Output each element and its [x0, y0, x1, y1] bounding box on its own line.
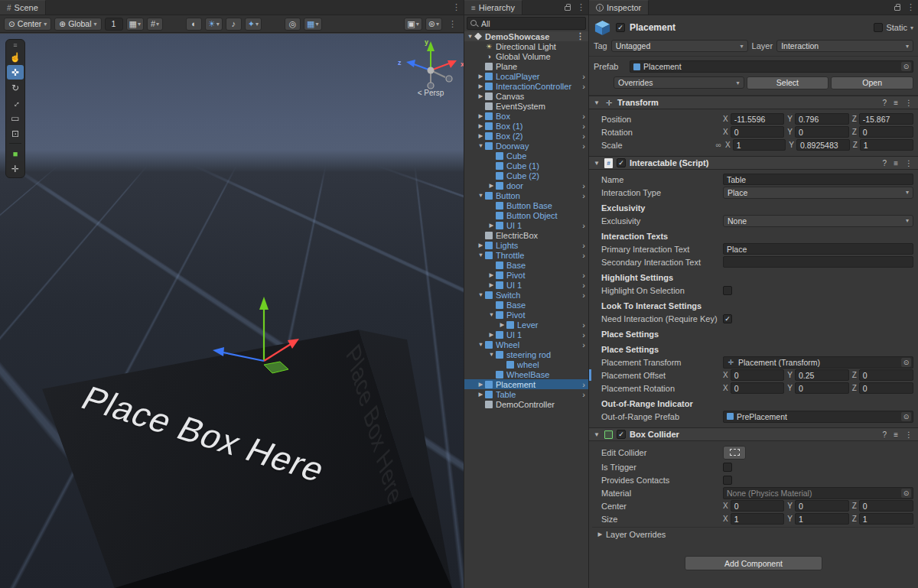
- object-picker-icon[interactable]: ⊙: [901, 412, 911, 421]
- prefab-open-arrow[interactable]: ›: [579, 340, 588, 349]
- grid-snapping-button[interactable]: ▦ ▾: [126, 18, 144, 31]
- hierarchy-menu-icon[interactable]: ⋮: [574, 0, 588, 15]
- prefab-open-arrow[interactable]: ›: [579, 72, 588, 81]
- interaction-type-dropdown[interactable]: Place ▾: [723, 187, 913, 199]
- hierarchy-item-table[interactable]: ▶Table›: [464, 389, 588, 399]
- hierarchy-item-doorway[interactable]: ▼Doorway›: [464, 141, 588, 151]
- hierarchy-item-democontroller[interactable]: DemoController: [464, 399, 588, 409]
- hierarchy-item-demoshowcase[interactable]: ▼DemoShowcase⋮: [464, 31, 588, 41]
- custom-tool-button[interactable]: ■: [7, 146, 24, 161]
- size-x-field[interactable]: 1: [731, 513, 785, 525]
- foldout-icon[interactable]: ▼: [477, 142, 485, 149]
- foldout-icon[interactable]: ▼: [593, 160, 601, 167]
- scale-z-field[interactable]: 1: [860, 139, 913, 151]
- move-tool-button[interactable]: ✜: [7, 65, 24, 80]
- box-collider-enabled-checkbox[interactable]: ✓: [617, 430, 626, 439]
- move-gizmo[interactable]: [191, 286, 321, 416]
- object-picker-icon[interactable]: ⊙: [901, 62, 911, 71]
- view-orientation-gizmo[interactable]: y x z: [389, 34, 464, 110]
- hierarchy-item-door[interactable]: ▶door›: [464, 180, 588, 190]
- hierarchy-item-plane[interactable]: Plane: [464, 61, 588, 71]
- layer-overrides-foldout[interactable]: ▶ Layer Overrides: [592, 527, 915, 541]
- prefab-open-arrow[interactable]: ›: [579, 82, 588, 91]
- foldout-icon[interactable]: ▶: [477, 122, 485, 129]
- overrides-dropdown[interactable]: Overrides ▾: [614, 76, 744, 89]
- shading-mode-button[interactable]: ◐: [186, 18, 202, 31]
- object-picker-icon[interactable]: ⊙: [901, 358, 911, 367]
- hierarchy-item-cube[interactable]: Cube: [464, 151, 588, 161]
- view-tool-button[interactable]: ☝: [7, 50, 24, 64]
- hierarchy-item-ui-1[interactable]: ▶UI 1›: [464, 280, 588, 290]
- foldout-icon[interactable]: ▼: [487, 351, 496, 358]
- foldout-icon[interactable]: ▶: [487, 331, 496, 338]
- add-component-button[interactable]: Add Component: [685, 556, 822, 570]
- gizmos-dropdown-button[interactable]: ⊚▾: [425, 18, 442, 31]
- hierarchy-item-lights[interactable]: ▶Lights›: [464, 240, 588, 250]
- interactable-header[interactable]: ▼ # ✓ Interactable (Script) ? ≡ ⋮: [589, 156, 918, 170]
- foldout-icon[interactable]: ▼: [477, 192, 485, 199]
- inspector-menu-icon[interactable]: ⋮: [903, 0, 918, 15]
- hierarchy-item-electricbox[interactable]: ElectricBox: [464, 230, 588, 240]
- provides-contacts-checkbox[interactable]: [723, 476, 732, 485]
- foldout-icon[interactable]: ▼: [593, 99, 601, 106]
- hierarchy-item-box-1[interactable]: ▶Box (1)›: [464, 121, 588, 131]
- hierarchy-item-wheelbase[interactable]: WheelBase: [464, 369, 588, 379]
- pivot-mode-button[interactable]: ⊙ Center ▾: [4, 18, 51, 31]
- foldout-icon[interactable]: ▼: [477, 341, 485, 348]
- hierarchy-item-ui-1[interactable]: ▶UI 1›: [464, 330, 588, 339]
- placement-rotation-y-field[interactable]: 0: [795, 382, 849, 394]
- component-menu-icon[interactable]: ⋮: [903, 159, 914, 167]
- placement-rotation-z-field[interactable]: 0: [859, 382, 913, 394]
- presets-icon[interactable]: ≡: [892, 99, 900, 107]
- exclusivity-dropdown[interactable]: None ▾: [723, 215, 913, 227]
- toolbar-menu-icon[interactable]: ⋮: [445, 19, 460, 29]
- foldout-icon[interactable]: ▶: [487, 222, 496, 229]
- hierarchy-item-switch[interactable]: ▼Switch›: [464, 290, 588, 300]
- scale-x-field[interactable]: 1: [733, 139, 786, 151]
- foldout-icon[interactable]: ▶: [477, 83, 485, 89]
- hierarchy-item-box-2[interactable]: ▶Box (2)›: [464, 131, 588, 141]
- prefab-open-arrow[interactable]: ›: [579, 132, 588, 141]
- lighting-toggle-button[interactable]: ☀▾: [205, 18, 223, 31]
- hierarchy-item-pivot[interactable]: ▶Pivot›: [464, 270, 588, 280]
- audio-toggle-button[interactable]: ♪: [226, 18, 242, 31]
- hierarchy-item-box[interactable]: ▶Box›: [464, 111, 588, 121]
- hierarchy-item-placement[interactable]: ▶Placement›: [464, 379, 588, 389]
- uniform-scale-link-icon[interactable]: ∞: [714, 141, 723, 149]
- hierarchy-item-ui-1[interactable]: ▶UI 1›: [464, 220, 588, 230]
- hierarchy-item-steering-rod[interactable]: ▼steering rod: [464, 349, 588, 359]
- prefab-open-arrow[interactable]: ›: [579, 141, 588, 151]
- hierarchy-item-button[interactable]: ▼Button›: [464, 190, 588, 200]
- foldout-icon[interactable]: ▶: [477, 73, 485, 80]
- foldout-icon[interactable]: ▶: [477, 93, 485, 99]
- prefab-open-arrow[interactable]: ›: [579, 390, 588, 399]
- center-z-field[interactable]: 0: [859, 500, 913, 512]
- center-x-field[interactable]: 0: [731, 500, 785, 512]
- position-z-field[interactable]: -15.867: [859, 113, 913, 125]
- tab-scene[interactable]: # Scene: [0, 0, 46, 15]
- help-icon[interactable]: ?: [881, 159, 889, 167]
- effects-dropdown-button[interactable]: ✦▾: [245, 18, 262, 31]
- placement-offset-y-field[interactable]: 0.25: [795, 369, 849, 381]
- overlay-grip-icon[interactable]: ≡: [7, 41, 24, 49]
- foldout-icon[interactable]: ▼: [593, 431, 601, 438]
- hierarchy-item-canvas[interactable]: ▶Canvas: [464, 91, 588, 101]
- name-field[interactable]: Table: [723, 174, 913, 185]
- foldout-icon[interactable]: ▶: [477, 132, 485, 139]
- lock-icon[interactable]: [562, 0, 574, 15]
- prefab-open-arrow[interactable]: ›: [579, 320, 588, 330]
- foldout-icon[interactable]: ▶: [477, 381, 485, 388]
- placement-rotation-x-field[interactable]: 0: [731, 382, 785, 394]
- interactable-enabled-checkbox[interactable]: ✓: [617, 158, 626, 167]
- perspective-label[interactable]: < Persp: [396, 89, 464, 97]
- camera-settings-button[interactable]: ▣▾: [404, 18, 422, 31]
- foldout-icon[interactable]: ▼: [466, 33, 474, 40]
- foldout-icon[interactable]: ▶: [477, 242, 485, 249]
- out-of-range-prefab-field[interactable]: PrePlacement ⊙: [723, 411, 913, 423]
- rotation-z-field[interactable]: 0: [859, 126, 913, 138]
- hierarchy-item-button-object[interactable]: Button Object: [464, 210, 588, 220]
- snap-settings-button[interactable]: # ▾: [147, 18, 163, 31]
- rotation-x-field[interactable]: 0: [731, 126, 785, 138]
- box-collider-header[interactable]: ▼ ✓ Box Collider ? ≡ ⋮: [589, 427, 918, 441]
- prefab-open-arrow[interactable]: ›: [579, 122, 588, 131]
